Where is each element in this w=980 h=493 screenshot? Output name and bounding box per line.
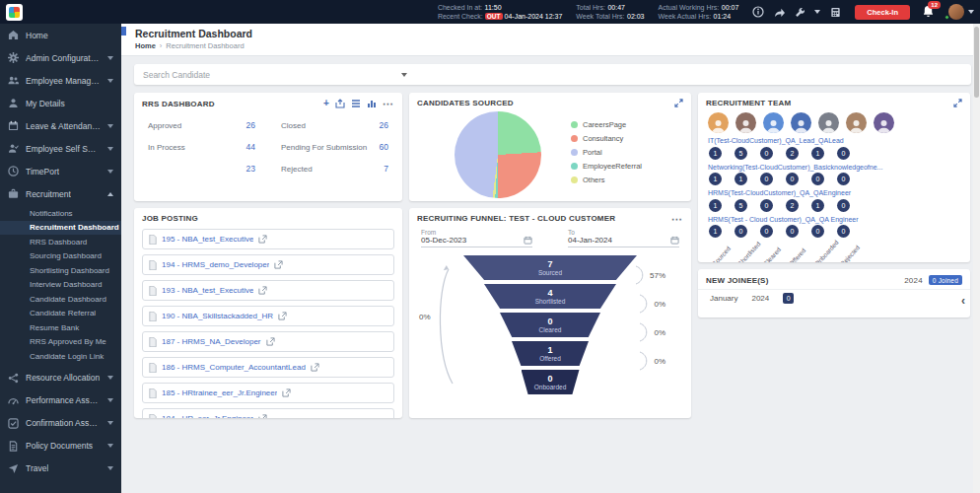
external-link-icon[interactable]	[282, 388, 291, 397]
count-badge[interactable]: 1	[709, 199, 722, 212]
count-badge[interactable]: 0	[786, 173, 799, 185]
wrench-icon[interactable]	[794, 6, 805, 18]
team-member-avatar[interactable]	[735, 112, 756, 133]
sidebar-item-admin-configuration[interactable]: Admin Configuration	[0, 46, 121, 69]
count-badge[interactable]: 5	[735, 147, 747, 160]
app-logo[interactable]	[6, 4, 23, 21]
sidebar-item-performance-assessment[interactable]: Performance Assessment	[0, 389, 121, 412]
sidebar-item-employee-self-service[interactable]: Employee Self Service	[0, 137, 121, 160]
rrs-stat-value[interactable]: 26	[246, 120, 255, 130]
sidebar-item-recruitment-dashboard[interactable]: Recruitment Dashboard	[0, 221, 121, 236]
rrs-stat-value[interactable]: 23	[246, 164, 255, 174]
job-posting-link[interactable]: 185 - HRtrainee_eer_Jr.Engineer	[162, 388, 277, 397]
sidebar-item-rrs-approved-by-me[interactable]: RRS Approved By Me	[0, 335, 121, 350]
funnel-stage-cleared[interactable]: 0Cleared	[500, 313, 600, 337]
legend-item[interactable]: Others	[571, 173, 642, 186]
funnel-stage-sourced[interactable]: 7Sourced	[463, 255, 637, 280]
more-icon[interactable]: ⋯	[671, 216, 683, 222]
user-menu[interactable]	[948, 4, 974, 20]
count-badge[interactable]: 2	[786, 147, 799, 160]
count-badge[interactable]: 0	[735, 225, 747, 238]
sidebar-item-candidate-login-link[interactable]: Candidate Login Link	[0, 349, 121, 364]
count-badge[interactable]: 0	[837, 147, 850, 160]
funnel-stage-onboarded[interactable]: 0Onboarded	[522, 370, 580, 394]
sidebar-item-rrs-dashboard[interactable]: RRS Dashboard	[0, 235, 121, 249]
team-requisition-link[interactable]: Networking(Test-CloudCustomer)_Basicknow…	[708, 163, 954, 172]
count-badge[interactable]: 5	[735, 199, 747, 212]
legend-item[interactable]: Consultancy	[571, 131, 642, 145]
search-input[interactable]	[143, 70, 370, 80]
external-link-icon[interactable]	[258, 286, 267, 295]
team-member-avatar[interactable]	[763, 112, 784, 133]
more-icon[interactable]: ⋯	[383, 101, 394, 106]
search-caret-icon[interactable]	[401, 73, 407, 77]
expand-icon[interactable]	[953, 99, 962, 107]
sidebar-item-notifications[interactable]: Notifications	[0, 206, 121, 221]
add-icon[interactable]: +	[323, 99, 329, 108]
rrs-stat-value[interactable]: 44	[246, 142, 255, 152]
count-badge[interactable]: 1	[811, 199, 824, 212]
date-to-picker[interactable]: 04-Jan-2024	[568, 236, 679, 247]
sidebar-item-home[interactable]: Home	[0, 24, 121, 46]
vertical-scrollbar[interactable]	[973, 24, 980, 493]
external-link-icon[interactable]	[258, 235, 267, 244]
count-badge[interactable]: 0	[837, 173, 850, 185]
sidebar-item-interview-dashboard[interactable]: Interview Dashboard	[0, 278, 121, 293]
share-icon[interactable]	[773, 6, 785, 18]
export-icon[interactable]	[335, 99, 345, 108]
candidate-search-select[interactable]	[143, 70, 407, 80]
external-link-icon[interactable]	[278, 312, 287, 320]
sidebar-item-candidate-referral[interactable]: Candidate Referral	[0, 307, 121, 321]
job-posting-link[interactable]: 194 - HRMS_demo_Developer	[162, 260, 269, 269]
count-badge[interactable]: 2	[786, 199, 799, 212]
count-badge[interactable]: 0	[837, 199, 850, 212]
count-badge[interactable]: 0	[786, 225, 799, 238]
rrs-stat-value[interactable]: 60	[380, 142, 388, 152]
job-posting-link[interactable]: 184 - HR_eer_Jr.Engineer	[162, 414, 253, 418]
funnel-stage-offered[interactable]: 1Offered	[512, 341, 589, 366]
list-view-icon[interactable]	[351, 99, 361, 108]
team-member-avatar[interactable]	[874, 112, 894, 133]
external-link-icon[interactable]	[311, 363, 319, 372]
notifications-bell[interactable]: 12	[922, 5, 935, 20]
sidebar-item-confirmation-assessment[interactable]: Confirmation Assessment	[0, 412, 121, 435]
job-posting-link[interactable]: 186 - HRMS_Computer_AccountantLead	[162, 363, 306, 372]
job-posting-link[interactable]: 190 - NBA_Skillstackadded_HR	[162, 312, 273, 320]
count-badge[interactable]: 1	[811, 147, 824, 160]
team-member-avatar[interactable]	[791, 112, 811, 133]
apps-icon[interactable]	[829, 6, 841, 18]
dropdown-caret-icon[interactable]	[814, 10, 820, 14]
date-from-picker[interactable]: 05-Dec-2023	[421, 236, 532, 247]
external-link-icon[interactable]	[266, 337, 275, 346]
sidebar-item-my-details[interactable]: My Details	[0, 92, 121, 114]
count-badge[interactable]: 1	[709, 173, 722, 185]
chart-view-icon[interactable]	[367, 99, 377, 108]
rrs-stat-value[interactable]: 7	[384, 164, 388, 174]
sidebar-item-timeport[interactable]: TimePort	[0, 160, 121, 182]
external-link-icon[interactable]	[258, 414, 267, 418]
sidebar-item-candidate-dashboard[interactable]: Candidate Dashboard	[0, 292, 121, 307]
sidebar-resize-handle[interactable]	[121, 27, 126, 35]
sidebar-item-sourcing-dashboard[interactable]: Sourcing Dashboard	[0, 249, 121, 264]
external-link-icon[interactable]	[274, 260, 283, 269]
team-member-avatar[interactable]	[708, 112, 729, 133]
count-badge[interactable]: 1	[709, 147, 722, 160]
count-badge[interactable]: 0	[837, 225, 850, 238]
funnel-stage-shortlisted[interactable]: 4Shortlisted	[484, 284, 616, 309]
sidebar-item-recruitment[interactable]: Recruitment	[0, 182, 121, 205]
team-member-avatar[interactable]	[818, 112, 839, 133]
sidebar-item-shortlisting-dashboard[interactable]: Shortlisting Dashboard	[0, 263, 121, 278]
sidebar-item-policy-documents[interactable]: Policy Documents	[0, 435, 121, 458]
count-badge[interactable]: 0	[760, 173, 773, 185]
legend-item[interactable]: CareersPage	[571, 117, 642, 131]
sidebar-item-leave-attendance[interactable]: Leave & Attendance	[0, 114, 121, 137]
count-badge[interactable]: 0	[811, 225, 824, 238]
count-badge[interactable]: 0	[760, 225, 773, 238]
chevron-left-icon[interactable]: ‹	[961, 295, 965, 307]
rrs-stat-value[interactable]: 26	[380, 120, 388, 130]
job-posting-link[interactable]: 195 - NBA_test_Executive	[162, 235, 253, 244]
month-count-badge[interactable]: 0	[783, 293, 794, 304]
expand-icon[interactable]	[674, 99, 683, 107]
sourced-pie[interactable]	[455, 111, 541, 198]
legend-item[interactable]: EmployeeReferral	[571, 159, 642, 173]
